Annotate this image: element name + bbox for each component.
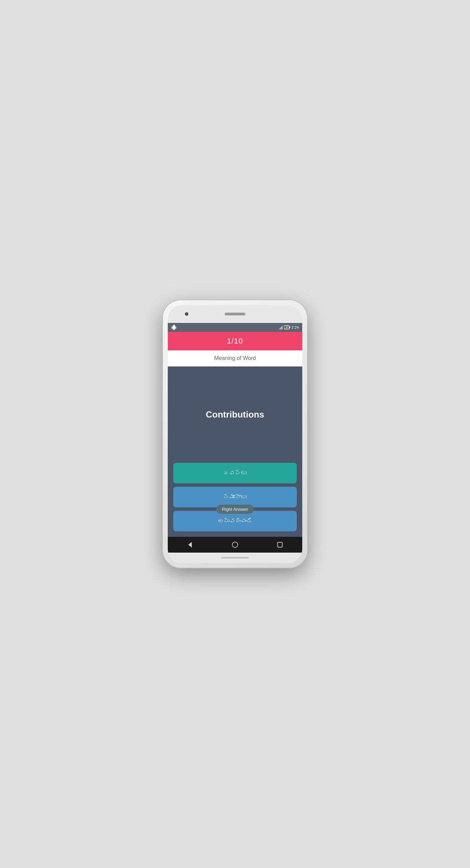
svg-rect-6 — [278, 542, 282, 547]
nav-recents-button[interactable] — [274, 539, 286, 551]
bottom-nav — [168, 537, 302, 553]
back-icon — [187, 541, 193, 548]
app-content: 1/10 Meaning of Word Contributions రచనలు… — [168, 332, 302, 537]
answer-button-3[interactable]: Right Answer అనువదించండి — [173, 511, 297, 531]
answer-button-1[interactable]: రచనలు — [173, 463, 297, 483]
status-right: ⚡ 2:24 — [279, 325, 299, 329]
status-time: 2:24 — [292, 325, 299, 329]
home-icon — [232, 541, 238, 548]
android-icon — [171, 325, 177, 330]
answers-area: రచనలు నమూనాలు Right Answer అనువదించండి — [168, 463, 302, 537]
svg-marker-0 — [279, 325, 283, 329]
answer-button-2[interactable]: నమూనాలు — [173, 487, 297, 507]
quiz-progress: 1/10 — [227, 337, 243, 346]
status-left — [171, 325, 177, 330]
svg-marker-4 — [188, 542, 192, 547]
bottom-bezel — [168, 553, 302, 563]
svg-rect-2 — [289, 327, 290, 328]
phone-screen: ⚡ 2:24 1/10 Meaning of Word Contribution… — [168, 305, 302, 563]
battery-icon: ⚡ — [284, 325, 290, 329]
nav-home-button[interactable] — [229, 539, 241, 551]
status-bar: ⚡ 2:24 — [168, 323, 302, 332]
svg-point-5 — [232, 542, 238, 547]
recents-icon — [277, 541, 283, 548]
question-word: Contributions — [206, 409, 264, 420]
question-type-label: Meaning of Word — [214, 355, 256, 361]
signal-icon — [279, 325, 283, 329]
camera — [185, 312, 188, 316]
speaker — [225, 313, 245, 315]
top-bezel — [168, 305, 302, 323]
right-answer-tooltip: Right Answer — [216, 505, 254, 514]
phone-frame: ⚡ 2:24 1/10 Meaning of Word Contribution… — [163, 300, 307, 568]
quiz-header: 1/10 — [168, 332, 302, 350]
nav-back-button[interactable] — [184, 539, 196, 551]
home-indicator — [221, 557, 249, 558]
answer-3-text: అనువదించండి — [218, 518, 252, 524]
svg-text:⚡: ⚡ — [285, 326, 288, 329]
question-type-bar: Meaning of Word — [168, 350, 302, 366]
question-area: Contributions — [168, 366, 302, 463]
